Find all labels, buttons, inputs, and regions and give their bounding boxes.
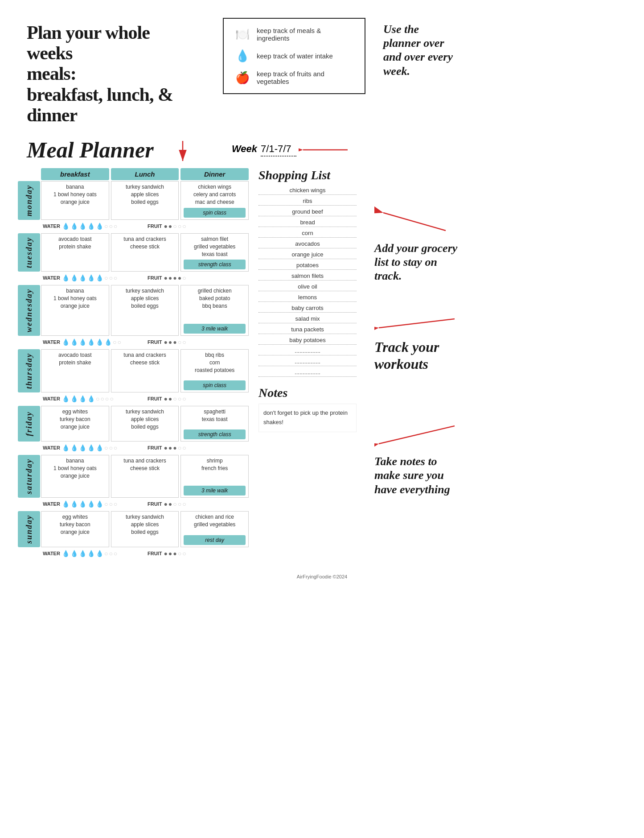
shopping-item[interactable]: ground beef — [258, 207, 357, 216]
fruit-dot-empty: ○ — [178, 339, 181, 346]
water-cell-saturday[interactable]: WATER💧💧💧💧💧○○○ — [41, 499, 144, 508]
shopping-item[interactable]: olive oil — [258, 282, 357, 291]
meal-item: tuna and crackers — [123, 457, 166, 465]
dinner-cell-saturday[interactable]: shrimpfrench fries3 mile walk — [180, 455, 249, 498]
meal-item: grilled chicken — [198, 287, 232, 295]
workout-badge-saturday: 3 mile walk — [184, 486, 246, 495]
lunch-cell-tuesday[interactable]: tuna and crackerscheese stick — [111, 233, 179, 272]
shopping-item[interactable]: avocados — [258, 239, 357, 248]
meal-item: salmon filet — [201, 235, 228, 243]
day-label-tuesday: tuesday — [18, 233, 40, 272]
workout-note-text: Track your workouts — [374, 339, 455, 373]
shopping-item[interactable]: ................ — [258, 357, 357, 366]
fruit-dot-empty: ○ — [178, 550, 181, 557]
water-cell-thursday[interactable]: WATER💧💧💧💧○○○○ — [41, 394, 144, 403]
shopping-item[interactable]: baby carrots — [258, 304, 357, 313]
breakfast-cell-wednesday[interactable]: banana1 bowl honey oatsorange juice — [41, 285, 109, 336]
fruit-dot-filled: ● — [168, 395, 172, 402]
shopping-item[interactable]: salad mix — [258, 314, 357, 323]
fruit-cell-friday[interactable]: FRUIT●●●○○ — [146, 443, 249, 452]
fruit-dot-filled: ● — [168, 274, 172, 281]
fruit-dot-empty: ○ — [178, 444, 181, 451]
fruit-dot-empty: ○ — [173, 500, 176, 508]
day-label-monday: monday — [18, 181, 40, 220]
fruit-cell-monday[interactable]: FRUIT●●○○○ — [146, 222, 249, 231]
fruit-dot-filled: ● — [173, 274, 176, 281]
water-fruit-row-tuesday: WATER💧💧💧💧💧○○○FRUIT●●●●○ — [18, 273, 250, 282]
shopping-item[interactable]: lemons — [258, 293, 357, 302]
col-header-breakfast: breakfast — [41, 168, 109, 180]
meal-item: avocado toast — [58, 235, 92, 243]
water-dot-empty: ○ — [104, 444, 108, 451]
arrow-grocery-svg — [374, 204, 455, 239]
shopping-item[interactable]: baby potatoes — [258, 336, 357, 345]
lunch-cell-saturday[interactable]: tuna and crackerscheese stick — [111, 455, 179, 498]
lunch-cell-sunday[interactable]: turkey sandwichapple slicesboiled eggs — [111, 511, 179, 547]
water-cell-wednesday[interactable]: WATER💧💧💧💧💧💧○○ — [41, 338, 144, 347]
col-header-dinner: Dinner — [180, 168, 249, 180]
dinner-cell-tuesday[interactable]: salmon filetgrilled vegetablestexas toas… — [180, 233, 249, 272]
breakfast-cell-monday[interactable]: banana1 bowl honey oatsorange juice — [41, 181, 109, 220]
lunch-cell-friday[interactable]: turkey sandwichapple slicesboiled eggs — [111, 406, 179, 442]
fruit-dot-filled: ● — [164, 444, 167, 451]
notes-title: Notes — [258, 386, 357, 400]
fruit-cell-tuesday[interactable]: FRUIT●●●●○ — [146, 273, 249, 282]
day-row-monday: mondaybanana1 bowl honey oatsorange juic… — [18, 181, 250, 220]
water-dot-filled: 💧 — [79, 223, 86, 230]
lunch-cell-wednesday[interactable]: turkey sandwichapple slicesboiled eggs — [111, 285, 179, 336]
water-cell-monday[interactable]: WATER💧💧💧💧💧○○○ — [41, 222, 144, 231]
water-dot-empty: ○ — [113, 339, 116, 346]
meal-item: egg whites — [62, 513, 88, 521]
shopping-item[interactable]: tuna packets — [258, 325, 357, 334]
breakfast-cell-thursday[interactable]: avocado toastprotein shake — [41, 349, 109, 392]
fruit-dot-empty: ○ — [173, 223, 176, 230]
shopping-item[interactable]: chicken wings — [258, 186, 357, 195]
breakfast-cell-sunday[interactable]: egg whitesturkey baconorange juice — [41, 511, 109, 547]
lunch-cell-monday[interactable]: turkey sandwichapple slicesboiled eggs — [111, 181, 179, 220]
meal-item: chicken wings — [198, 183, 231, 191]
meal-item: banana — [66, 287, 84, 295]
water-dot-filled: 💧 — [96, 500, 103, 508]
water-dot-filled: 💧 — [87, 395, 95, 402]
dinner-cell-monday[interactable]: chicken wingscelery and carrotsmac and c… — [180, 181, 249, 220]
breakfast-cell-tuesday[interactable]: avocado toastprotein shake — [41, 233, 109, 272]
fruit-cell-saturday[interactable]: FRUIT●●○○○ — [146, 499, 249, 508]
fruit-cell-thursday[interactable]: FRUIT●●○○○ — [146, 394, 249, 403]
water-dot-empty: ○ — [109, 500, 112, 508]
dinner-cell-wednesday[interactable]: grilled chickenbaked potatobbq beans3 mi… — [180, 285, 249, 336]
water-cell-sunday[interactable]: WATER💧💧💧💧💧○○○ — [41, 549, 144, 558]
shopping-list-title: Shopping List — [258, 168, 357, 182]
shopping-item[interactable]: ribs — [258, 197, 357, 206]
shopping-item[interactable]: orange juice — [258, 250, 357, 259]
col-header-lunch: Lunch — [111, 168, 179, 180]
shopping-item[interactable]: corn — [258, 229, 357, 238]
water-cell-tuesday[interactable]: WATER💧💧💧💧💧○○○ — [41, 273, 144, 282]
shopping-item[interactable]: ................ — [258, 347, 357, 355]
shopping-item[interactable]: potatoes — [258, 261, 357, 270]
column-headers: breakfast Lunch Dinner — [18, 168, 250, 180]
fruit-dot-empty: ○ — [182, 223, 186, 230]
shopping-item[interactable]: bread — [258, 218, 357, 227]
notes-text[interactable]: don't forget to pick up the protein shak… — [258, 404, 357, 432]
dinner-cell-thursday[interactable]: bbq ribscornroasted potatoesspin class — [180, 349, 249, 392]
header-section: Plan your whole weeksmeals:breakfast, lu… — [9, 9, 635, 130]
fruit-dot-filled: ● — [164, 339, 167, 346]
dinner-cell-friday[interactable]: spaghettitexas toaststrength class — [180, 406, 249, 442]
water-fruit-row-monday: WATER💧💧💧💧💧○○○FRUIT●●○○○ — [18, 222, 250, 231]
water-cell-friday[interactable]: WATER💧💧💧💧💧○○○ — [41, 443, 144, 452]
meal-item: corn — [209, 359, 220, 367]
day-label-friday: friday — [18, 406, 40, 442]
meal-item: spaghetti — [204, 408, 226, 416]
fruit-dot-filled: ● — [178, 274, 181, 281]
shopping-item[interactable]: ................ — [258, 368, 357, 377]
breakfast-cell-saturday[interactable]: banana1 bowl honey oatsorange juice — [41, 455, 109, 498]
planner-title-row: Meal Planner Week 7/1-7/7 — [9, 134, 635, 165]
dinner-cell-sunday[interactable]: chicken and ricegrilled vegetablesrest d… — [180, 511, 249, 547]
fruit-cell-wednesday[interactable]: FRUIT●●●○○ — [146, 338, 249, 347]
breakfast-cell-friday[interactable]: egg whitesturkey baconorange juice — [41, 406, 109, 442]
fruit-cell-sunday[interactable]: FRUIT●●●○○ — [146, 549, 249, 558]
title-block: Plan your whole weeksmeals:breakfast, lu… — [27, 13, 196, 125]
week-value[interactable]: 7/1-7/7 — [261, 143, 296, 157]
lunch-cell-thursday[interactable]: tuna and crackerscheese stick — [111, 349, 179, 392]
shopping-item[interactable]: salmon filets — [258, 272, 357, 281]
